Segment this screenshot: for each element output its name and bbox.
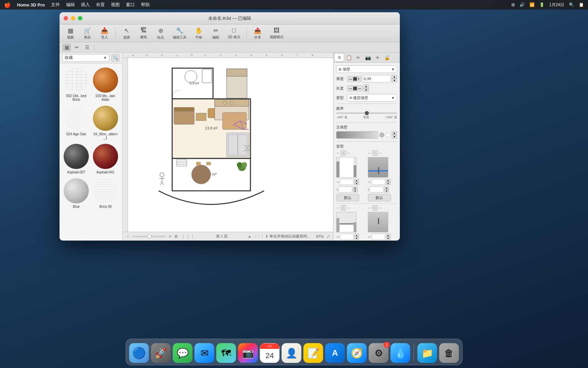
menubar-control-center[interactable]: 📋 xyxy=(579,2,584,7)
maximize-button[interactable] xyxy=(78,16,82,20)
dock-finder[interactable]: 🔵 xyxy=(129,343,149,363)
thickness-plus-icon[interactable]: + xyxy=(358,77,360,81)
rp-tab-list[interactable]: 📋 xyxy=(344,54,353,61)
color-dot-gray[interactable] xyxy=(379,133,384,137)
form-bwidth-down[interactable]: ▼ xyxy=(354,237,359,240)
dock-calendar[interactable]: 1月 24 xyxy=(260,343,280,363)
form-width-up-r[interactable]: ▲ xyxy=(386,179,391,182)
thickness-input[interactable] xyxy=(362,75,391,82)
zoom-out-btn[interactable]: － xyxy=(125,234,131,239)
thickness-up-btn[interactable]: ▲ xyxy=(392,75,397,79)
rp-tab-light[interactable]: ☀ xyxy=(373,54,382,61)
zoom-expand-icon[interactable]: ⤢ xyxy=(326,234,330,239)
form-brwidth-up[interactable]: ▲ xyxy=(386,234,391,237)
form-height-down-r[interactable]: ▼ xyxy=(384,189,389,193)
sec-btn-list[interactable]: ☰ xyxy=(83,44,92,51)
dock-safari[interactable]: 🧭 xyxy=(347,343,367,363)
form-arrow-up-btn-2[interactable]: ↑ xyxy=(372,150,378,156)
material-item[interactable]: 020 Mo...tain Alder xyxy=(92,66,119,103)
toolbar-import-btn[interactable]: 📥 导入 xyxy=(97,26,112,41)
default-btn-2[interactable]: 默认 xyxy=(368,194,391,201)
wall-subtype-dropdown[interactable]: ⊞ 楼层墙壁 ▼ xyxy=(347,94,397,102)
main-wall-color-bar[interactable] xyxy=(336,131,378,139)
color-dot-white[interactable] xyxy=(386,133,390,137)
form-bwidth-input[interactable] xyxy=(340,234,354,240)
material-item[interactable]: 34_Woo...attern_1 xyxy=(92,104,119,141)
apple-menu[interactable]: 🍎 xyxy=(4,2,11,8)
rp-tab-lock[interactable]: 🔒 xyxy=(382,54,391,61)
toolbar-tools-btn[interactable]: 🔧 辅助工具 xyxy=(170,26,189,41)
material-item[interactable]: Asphalt-007 xyxy=(62,142,90,175)
toolbar-edit-btn[interactable]: ✏ 编辑 xyxy=(208,26,223,41)
dock-files[interactable]: 📁 xyxy=(418,343,437,363)
sec-btn-grid[interactable]: ▦ xyxy=(62,44,71,51)
form-height-input-r[interactable] xyxy=(370,186,383,193)
material-item[interactable]: Blue xyxy=(62,177,90,210)
wall-type-dropdown[interactable]: ⊞ 墙壁 ▼ xyxy=(336,65,397,73)
dock-dropzone[interactable]: 💧 xyxy=(391,343,410,363)
toolbar-share-btn[interactable]: 📤 共享 xyxy=(250,26,265,41)
dock-trash[interactable]: 🗑 xyxy=(439,343,459,363)
menu-chuang-kou[interactable]: 窗口 xyxy=(126,2,135,8)
dock-maps[interactable]: 🗺 xyxy=(216,343,236,363)
menu-shi-tu[interactable]: 视图 xyxy=(111,2,120,8)
canvas-viewport[interactable]: 3.3 m² 13.8 m² xyxy=(128,58,333,232)
thickness-minus-icon[interactable]: — xyxy=(349,77,352,81)
color-up-btn[interactable]: ▲ xyxy=(392,131,397,135)
menu-wen-jian[interactable]: 文件 xyxy=(51,2,60,8)
rp-tab-wall[interactable]: ⊞ xyxy=(335,54,344,61)
material-item[interactable]: Brick 09 xyxy=(92,177,119,210)
dock-appstore[interactable]: A xyxy=(325,343,345,363)
dock-notes[interactable]: 📝 xyxy=(304,343,323,363)
toolbar-view-btn[interactable]: ▦ 视图 xyxy=(63,26,78,41)
form-brwidth-down[interactable]: ▼ xyxy=(386,237,391,240)
form-brwidth-input[interactable] xyxy=(372,234,385,240)
default-btn-1[interactable]: 默认 xyxy=(336,194,359,201)
form-width-down[interactable]: ▼ xyxy=(354,182,359,185)
color-down-btn[interactable]: ▼ xyxy=(392,135,397,139)
sec-btn-edit[interactable]: ✏ xyxy=(72,44,81,51)
material-item[interactable]: Asphalt-041 xyxy=(92,142,119,175)
toolbar-build-btn[interactable]: 🏗 建筑 xyxy=(136,26,151,41)
toolbar-points-btn[interactable]: ⊕ 站点 xyxy=(153,26,168,41)
dock-contacts[interactable]: 👤 xyxy=(282,343,301,363)
menubar-search-icon[interactable]: 🔍 xyxy=(569,2,574,7)
form-height-input[interactable] xyxy=(339,186,352,193)
form-arrow-up-btn-4[interactable]: ↑ xyxy=(372,205,378,211)
material-item[interactable]: 024 Age Oak xyxy=(62,104,90,141)
length-up-btn[interactable]: ▲ xyxy=(363,85,369,88)
menu-bang-zhu[interactable]: 帮助 xyxy=(141,2,150,8)
form-width-up[interactable]: ▲ xyxy=(354,179,359,182)
form-arrow-up-btn-3[interactable]: ↑ xyxy=(341,205,346,211)
toolbar-2d-btn[interactable]: □ 2D 表示 xyxy=(225,26,243,41)
material-item[interactable]: 002 Old...ked Brick xyxy=(62,66,90,103)
toolbar-select-btn[interactable]: ↖ 选择 xyxy=(119,26,134,41)
form-bwidth-up[interactable]: ▲ xyxy=(354,234,359,237)
zoom-settings-icon[interactable]: ⚙ xyxy=(174,234,178,239)
minimize-button[interactable] xyxy=(71,16,75,20)
dock-photos[interactable]: 📷 xyxy=(238,343,258,363)
menu-bu-zhi[interactable]: 布置 xyxy=(96,2,105,8)
zoom-slider[interactable] xyxy=(132,236,166,237)
dock-launchpad[interactable]: 🚀 xyxy=(151,343,171,363)
curvature-slider[interactable] xyxy=(336,112,397,114)
rp-tab-edit[interactable]: ✏ xyxy=(354,54,363,61)
form-width-input[interactable] xyxy=(340,179,354,185)
dock-settings[interactable]: ⚙ 1 xyxy=(369,343,389,363)
search-button[interactable]: 🔍 xyxy=(111,54,119,62)
zoom-in-btn[interactable]: ＋ xyxy=(167,234,173,239)
length-down-btn[interactable]: ▼ xyxy=(363,88,369,92)
thickness-down-btn[interactable]: ▼ xyxy=(392,79,397,82)
form-arrow-up-btn[interactable]: ↑ xyxy=(341,150,346,156)
form-height-up[interactable]: ▲ xyxy=(353,186,358,189)
form-width-down-r[interactable]: ▼ xyxy=(386,182,391,185)
menu-bian-ji[interactable]: 编辑 xyxy=(66,2,75,8)
favorites-dropdown[interactable]: 收藏 ▼ xyxy=(62,54,109,62)
toolbar-pan-btn[interactable]: ✋ 平移 xyxy=(191,26,206,41)
form-height-up-r[interactable]: ▲ xyxy=(384,186,389,189)
rp-tab-camera[interactable]: 📷 xyxy=(363,54,372,61)
toolbar-viewmode-btn[interactable]: 🖼 视图模式 xyxy=(267,26,286,41)
toolbar-store-btn[interactable]: 🛒 商店 xyxy=(80,26,95,41)
close-button[interactable] xyxy=(64,16,68,20)
app-name[interactable]: Home 3D Pro xyxy=(17,2,45,7)
